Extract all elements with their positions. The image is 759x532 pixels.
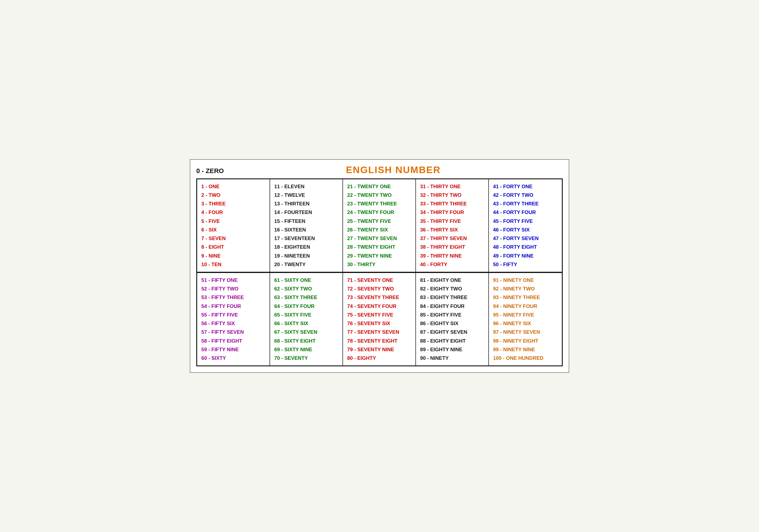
number-item: 97 - NINETY SEVEN xyxy=(493,328,559,336)
number-item: 39 - THIRTY NINE xyxy=(420,251,485,260)
number-item: 30 - THIRTY xyxy=(347,260,413,269)
number-item: 90 - NINETY xyxy=(420,354,485,362)
number-item: 28 - TWENTY EIGHT xyxy=(347,243,413,251)
number-item: 95 - NINETY FIVE xyxy=(493,311,559,319)
number-item: 44 - FORTY FOUR xyxy=(493,208,559,217)
numbers-grid: 1 - ONE2 - TWO3 - THREE4 - FOUR5 - FIVE6… xyxy=(196,178,563,367)
number-item: 5 - FIVE xyxy=(201,217,266,226)
number-item: 54 - FIFTY FOUR xyxy=(201,302,266,311)
col-51-60: 51 - FIFTY ONE52 - FIFTY TWO53 - FIFTY T… xyxy=(197,273,270,365)
number-item: 58 - FIFTY EIGHT xyxy=(201,337,266,345)
number-item: 16 - SIXTEEN xyxy=(274,226,340,234)
number-item: 9 - NINE xyxy=(201,251,266,260)
col-61-70: 61 - SIXTY ONE62 - SIXTY TWO63 - SIXTY T… xyxy=(270,273,343,365)
number-item: 76 - SEVENTY SIX xyxy=(347,319,413,328)
number-item: 91 - NINETY ONE xyxy=(493,276,559,285)
number-item: 19 - NINETEEN xyxy=(274,251,340,260)
number-item: 48 - FORTY EIGHT xyxy=(493,243,559,251)
number-item: 38 - THIRTY EIGHT xyxy=(420,243,485,251)
number-item: 68 - SIXTY EIGHT xyxy=(274,337,340,345)
number-item: 51 - FIFTY ONE xyxy=(201,276,266,285)
number-item: 45 - FORTY FIVE xyxy=(493,217,559,226)
number-item: 59 - FIFTY NINE xyxy=(201,345,266,354)
number-item: 8 - EIGHT xyxy=(201,243,266,251)
number-item: 47 - FORTY SEVEN xyxy=(493,234,559,243)
section-1-50: 1 - ONE2 - TWO3 - THREE4 - FOUR5 - FIVE6… xyxy=(197,179,562,272)
number-item: 40 - FORTY xyxy=(420,260,485,269)
number-item: 11 - ELEVEN xyxy=(274,182,340,191)
zero-label: 0 - ZERO xyxy=(196,167,224,175)
number-item: 80 - EIGHTY xyxy=(347,354,413,362)
number-item: 74 - SEVENTY FOUR xyxy=(347,302,413,311)
number-item: 98 - NINETY EIGHT xyxy=(493,337,559,345)
number-item: 42 - FORTY TWO xyxy=(493,191,559,200)
number-item: 41 - FORTY ONE xyxy=(493,182,559,191)
number-item: 75 - SEVENTY FIVE xyxy=(347,311,413,319)
number-item: 65 - SIXTY FIVE xyxy=(274,311,340,319)
section-51-100: 51 - FIFTY ONE52 - FIFTY TWO53 - FIFTY T… xyxy=(197,272,562,365)
number-item: 79 - SEVENTY NINE xyxy=(347,345,413,354)
number-item: 60 - SIXTY xyxy=(201,354,266,362)
number-item: 22 - TWENTY TWO xyxy=(347,191,413,200)
number-item: 3 - THREE xyxy=(201,200,266,208)
number-item: 72 - SEVENTY TWO xyxy=(347,285,413,293)
col-31-40: 31 - THIRTY ONE32 - THIRTY TWO33 - THIRT… xyxy=(416,179,489,272)
number-item: 82 - EIGHTY TWO xyxy=(420,285,485,293)
number-item: 85 - EIGHTY FIVE xyxy=(420,311,485,319)
number-item: 70 - SEVENTY xyxy=(274,354,340,362)
col-21-30: 21 - TWENTY ONE22 - TWENTY TWO23 - TWENT… xyxy=(343,179,416,272)
col-11-20: 11 - ELEVEN12 - TWELVE13 - THIRTEEN14 - … xyxy=(270,179,343,272)
number-item: 88 - EIGHTY EIGHT xyxy=(420,337,485,345)
number-item: 99 - NINETY NINE xyxy=(493,345,559,354)
number-item: 50 - FIFTY xyxy=(493,260,559,269)
number-item: 20 - TWENTY xyxy=(274,260,340,269)
col-71-80: 71 - SEVENTY ONE72 - SEVENTY TWO73 - SEV… xyxy=(343,273,416,365)
page-title: ENGLISH NUMBER xyxy=(224,165,563,175)
number-item: 63 - SIXTY THREE xyxy=(274,293,340,302)
number-item: 24 - TWENTY FOUR xyxy=(347,208,413,217)
number-item: 7 - SEVEN xyxy=(201,234,266,243)
number-item: 37 - THIRTY SEVEN xyxy=(420,234,485,243)
number-item: 96 - NINETY SIX xyxy=(493,319,559,328)
number-item: 4 - FOUR xyxy=(201,208,266,217)
number-item: 49 - FORTY NINE xyxy=(493,251,559,260)
number-item: 77 - SEVENTY SEVEN xyxy=(347,328,413,336)
number-item: 27 - TWENTY SEVEN xyxy=(347,234,413,243)
number-item: 87 - EIGHTY SEVEN xyxy=(420,328,485,336)
col-81-90: 81 - EIGHTY ONE82 - EIGHTY TWO83 - EIGHT… xyxy=(416,273,489,365)
col-1-10: 1 - ONE2 - TWO3 - THREE4 - FOUR5 - FIVE6… xyxy=(197,179,270,272)
number-item: 33 - THIRTY THREE xyxy=(420,200,485,208)
number-item: 15 - FIFTEEN xyxy=(274,217,340,226)
number-item: 32 - THIRTY TWO xyxy=(420,191,485,200)
number-item: 71 - SEVENTY ONE xyxy=(347,276,413,285)
number-item: 18 - EIGHTEEN xyxy=(274,243,340,251)
number-item: 52 - FIFTY TWO xyxy=(201,285,266,293)
number-item: 62 - SIXTY TWO xyxy=(274,285,340,293)
number-item: 83 - EIGHTY THREE xyxy=(420,293,485,302)
number-item: 67 - SIXTY SEVEN xyxy=(274,328,340,336)
number-item: 34 - THIRTY FOUR xyxy=(420,208,485,217)
page-header: 0 - ZERO ENGLISH NUMBER xyxy=(196,165,563,175)
number-item: 55 - FIFTY FIVE xyxy=(201,311,266,319)
number-item: 100 - ONE HUNDRED xyxy=(493,354,559,362)
number-item: 81 - EIGHTY ONE xyxy=(420,276,485,285)
number-item: 56 - FIFTY SIX xyxy=(201,319,266,328)
number-item: 21 - TWENTY ONE xyxy=(347,182,413,191)
number-item: 2 - TWO xyxy=(201,191,266,200)
number-item: 25 - TWENTY FIVE xyxy=(347,217,413,226)
number-item: 29 - TWENTY NINE xyxy=(347,251,413,260)
number-item: 84 - EIGHTY FOUR xyxy=(420,302,485,311)
number-item: 12 - TWELVE xyxy=(274,191,340,200)
number-item: 53 - FIFTY THREE xyxy=(201,293,266,302)
number-item: 66 - SIXTY SIX xyxy=(274,319,340,328)
number-item: 36 - THIRTY SIX xyxy=(420,226,485,234)
number-item: 10 - TEN xyxy=(201,260,266,269)
number-item: 35 - THIRTY FIVE xyxy=(420,217,485,226)
number-item: 31 - THIRTY ONE xyxy=(420,182,485,191)
number-item: 26 - TWENTY SIX xyxy=(347,226,413,234)
number-item: 86 - EIGHTY SIX xyxy=(420,319,485,328)
col-91-100: 91 - NINETY ONE92 - NINETY TWO93 - NINET… xyxy=(489,273,562,365)
number-item: 93 - NINETY THREE xyxy=(493,293,559,302)
page: 0 - ZERO ENGLISH NUMBER 1 - ONE2 - TWO3 … xyxy=(190,159,569,373)
number-item: 14 - FOURTEEN xyxy=(274,208,340,217)
